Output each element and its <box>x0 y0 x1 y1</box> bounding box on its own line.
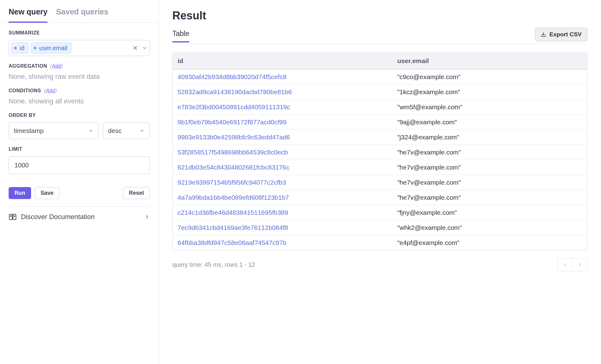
chevron-down-icon[interactable] <box>142 46 147 50</box>
cell-email: "whk2@example.com" <box>392 220 587 235</box>
run-button[interactable]: Run <box>9 187 31 199</box>
chevron-down-icon <box>88 128 93 133</box>
orderby-label: ORDER BY <box>9 113 150 118</box>
orderby-column-select[interactable]: timestamp <box>9 122 98 139</box>
cell-email: "he7v@example.com" <box>392 175 587 190</box>
result-tabs: Table Export CSV <box>172 28 587 44</box>
cell-email: "he7v@example.com" <box>392 145 587 160</box>
save-button[interactable]: Save <box>35 187 59 199</box>
tab-new-query[interactable]: New query <box>9 7 47 22</box>
docs-label: Discover Documentation <box>21 213 95 221</box>
result-panel: Result Table Export CSV id <box>159 0 601 364</box>
cell-email: "wm5f@example.com" <box>392 100 587 115</box>
orderby-direction-select[interactable]: desc <box>103 122 150 139</box>
cell-email: "j324@example.com" <box>392 130 587 145</box>
aggregation-label-text: AGGREGATION <box>9 63 47 69</box>
column-header-email[interactable]: user.email <box>392 53 587 69</box>
summarize-chip-user-email: ✕ user.email <box>31 42 71 54</box>
reset-button[interactable]: Reset <box>123 187 150 199</box>
table-row: 9219e93997154b5f956fc94077c2cfb3"he7v@ex… <box>173 175 587 190</box>
page-prev-button[interactable] <box>558 258 572 271</box>
table-row: 53f2858517f5498698bb64539c8c0ecb"he7v@ex… <box>173 145 587 160</box>
summarize-label: SUMMARIZE <box>9 30 150 36</box>
summarize-chip-id: ✕ id <box>11 42 29 54</box>
cell-id[interactable]: e783e2f3bd00450891cdd4059111319c <box>173 100 392 115</box>
cell-email: "he7v@example.com" <box>392 160 587 175</box>
cell-id[interactable]: c214c1d36fbe46d483841511695fb389 <box>173 205 392 220</box>
conditions-label: CONDITIONS (Add) <box>9 88 150 94</box>
result-tab-table[interactable]: Table <box>172 30 189 42</box>
conditions-add-link[interactable]: Add <box>46 88 55 93</box>
orderby-column-value: timestamp <box>14 127 44 134</box>
query-sidebar: New query Saved queries SUMMARIZE ✕ id ✕… <box>0 0 159 364</box>
aggregation-section: AGGREGATION (Add) None, showing raw even… <box>0 56 158 81</box>
cell-id[interactable]: 9b1f0eb79b4540e69172f877acd0cf99 <box>173 115 392 130</box>
summarize-multiselect[interactable]: ✕ id ✕ user.email ✕ <box>9 40 150 56</box>
table-row: 4a7a99bda1bb4be089efd608f123b1b7"he7v@ex… <box>173 190 587 205</box>
pagination <box>557 258 587 271</box>
download-icon <box>541 32 546 37</box>
cell-id[interactable]: 4a7a99bda1bb4be089efd608f123b1b7 <box>173 190 392 205</box>
table-row: 9983e9133b0e42598bfc9c63edd47ad6"j324@ex… <box>173 130 587 145</box>
cell-id[interactable]: 7ec9db341cbd4169ae3fe76112b084f8 <box>173 220 392 235</box>
cell-id[interactable]: 9983e9133b0e42598bfc9c63edd47ad6 <box>173 130 392 145</box>
tab-saved-queries[interactable]: Saved queries <box>56 7 108 22</box>
limit-section: LIMIT <box>0 139 158 174</box>
column-header-id[interactable]: id <box>173 53 392 69</box>
table-row: 9b1f0eb79b4540e69172f877acd0cf99"9ajj@ex… <box>173 115 587 130</box>
table-row: 621db03e54c84304802681fcbc83176c"he7v@ex… <box>173 160 587 175</box>
action-buttons: Run Save Reset <box>0 174 158 207</box>
result-title: Result <box>172 9 587 22</box>
export-csv-button[interactable]: Export CSV <box>535 28 587 41</box>
aggregation-label: AGGREGATION (Add) <box>9 63 150 69</box>
chevron-right-icon <box>144 214 150 220</box>
table-row: 40930af42b934d8bb39020d74f5cefc8"c9co@ex… <box>173 69 587 85</box>
chevron-down-icon <box>139 128 144 133</box>
cell-id[interactable]: 52832ad9ca91438190dacbd780be81b6 <box>173 85 392 100</box>
table-row: 64fbba38dfd947c58e06aaf74547c97b"e4pf@ex… <box>173 235 587 250</box>
conditions-placeholder: None, showing all events <box>9 97 150 105</box>
result-footer: query time: 45 ms, rows 1 - 12 <box>172 258 587 271</box>
chip-label: user.email <box>39 45 67 52</box>
table-row: 52832ad9ca91438190dacbd780be81b6"1kcz@ex… <box>173 85 587 100</box>
svg-rect-0 <box>9 214 12 219</box>
cell-email: "e4pf@example.com" <box>392 235 587 250</box>
cell-email: "he7v@example.com" <box>392 190 587 205</box>
table-row: e783e2f3bd00450891cdd4059111319c"wm5f@ex… <box>173 100 587 115</box>
conditions-label-text: CONDITIONS <box>9 88 41 93</box>
result-table: id user.email 40930af42b934d8bb39020d74f… <box>172 53 587 250</box>
table-row: 7ec9db341cbd4169ae3fe76112b084f8"whk2@ex… <box>173 220 587 235</box>
cell-email: "fjny@example.com" <box>392 205 587 220</box>
docs-icon <box>9 213 17 221</box>
chip-remove-icon[interactable]: ✕ <box>33 46 37 50</box>
sidebar-tabs: New query Saved queries <box>0 0 158 23</box>
chip-label: id <box>20 45 25 52</box>
cell-id[interactable]: 621db03e54c84304802681fcbc83176c <box>173 160 392 175</box>
orderby-direction-value: desc <box>108 127 122 134</box>
cell-id[interactable]: 64fbba38dfd947c58e06aaf74547c97b <box>173 235 392 250</box>
discover-docs-link[interactable]: Discover Documentation <box>0 213 158 221</box>
aggregation-placeholder: None, showing raw event data <box>9 73 150 81</box>
page-next-button[interactable] <box>572 258 587 271</box>
conditions-section: CONDITIONS (Add) None, showing all event… <box>0 81 158 105</box>
table-row: c214c1d36fbe46d483841511695fb389"fjny@ex… <box>173 205 587 220</box>
cell-id[interactable]: 53f2858517f5498698bb64539c8c0ecb <box>173 145 392 160</box>
cell-email: "1kcz@example.com" <box>392 85 587 100</box>
cell-id[interactable]: 40930af42b934d8bb39020d74f5cefc8 <box>173 69 392 85</box>
limit-label: LIMIT <box>9 146 150 152</box>
chip-remove-icon[interactable]: ✕ <box>14 46 17 50</box>
cell-email: "9ajj@example.com" <box>392 115 587 130</box>
clear-all-icon[interactable]: ✕ <box>133 44 138 52</box>
limit-input[interactable] <box>9 156 150 174</box>
export-csv-label: Export CSV <box>549 31 582 38</box>
orderby-section: ORDER BY timestamp desc <box>0 105 158 139</box>
summarize-section: SUMMARIZE ✕ id ✕ user.email ✕ <box>0 23 158 56</box>
query-stats: query time: 45 ms, rows 1 - 12 <box>172 261 255 268</box>
aggregation-add-link[interactable]: Add <box>52 63 61 69</box>
cell-email: "c9co@example.com" <box>392 69 587 85</box>
svg-rect-1 <box>13 214 16 219</box>
cell-id[interactable]: 9219e93997154b5f956fc94077c2cfb3 <box>173 175 392 190</box>
